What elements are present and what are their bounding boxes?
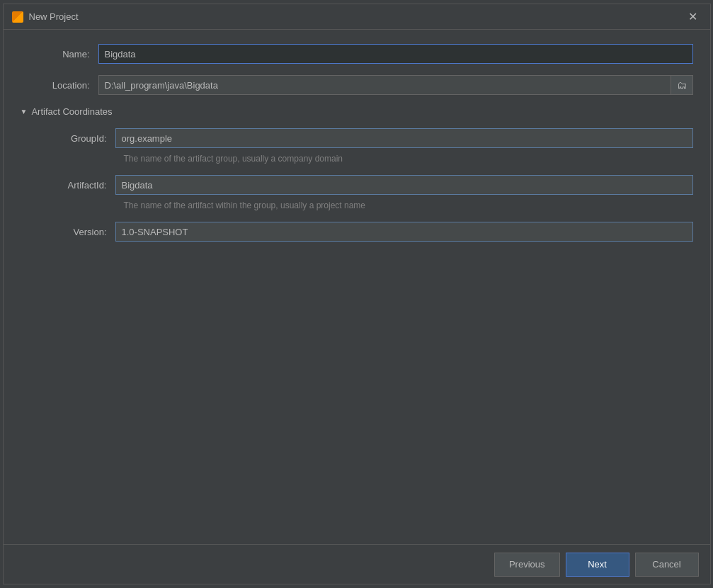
location-input[interactable] (98, 75, 671, 95)
artifact-id-row: ArtifactId: (38, 175, 693, 195)
artifact-id-label: ArtifactId: (38, 180, 115, 191)
next-button[interactable]: Next (566, 553, 629, 577)
previous-button[interactable]: Previous (494, 553, 560, 577)
group-id-row: GroupId: (38, 128, 693, 148)
location-row: Location: 🗂 (21, 75, 693, 95)
name-row: Name: (21, 44, 693, 64)
group-id-label: GroupId: (38, 133, 115, 144)
new-project-dialog: New Project ✕ Name: Location: 🗂 ▼ Artifa… (3, 4, 711, 584)
folder-icon: 🗂 (677, 79, 687, 91)
group-id-input[interactable] (115, 128, 693, 148)
location-label: Location: (21, 80, 98, 91)
artifact-section-body: GroupId: The name of the artifact group,… (21, 128, 693, 242)
app-icon (12, 11, 23, 23)
dialog-content: Name: Location: 🗂 ▼ Artifact Coordinates… (4, 30, 710, 544)
artifact-id-input[interactable] (115, 175, 693, 195)
cancel-button[interactable]: Cancel (635, 553, 699, 577)
version-label: Version: (38, 227, 115, 237)
group-id-hint: The name of the artifact group, usually … (38, 154, 693, 164)
location-input-group: 🗂 (98, 75, 693, 95)
name-input[interactable] (98, 44, 693, 64)
section-toggle-icon[interactable]: ▼ (21, 108, 28, 115)
name-label: Name: (21, 49, 98, 60)
version-input[interactable] (115, 222, 693, 242)
browse-button[interactable]: 🗂 (671, 75, 693, 95)
artifact-id-hint: The name of the artifact within the grou… (38, 200, 693, 210)
dialog-title: New Project (29, 11, 79, 22)
artifact-section-title: Artifact Coordinates (31, 106, 112, 117)
title-bar: New Project ✕ (4, 4, 710, 30)
close-button[interactable]: ✕ (684, 10, 702, 24)
title-bar-left: New Project (12, 11, 79, 23)
button-bar: Previous Next Cancel (4, 544, 710, 584)
version-row: Version: (38, 222, 693, 242)
artifact-section-header: ▼ Artifact Coordinates (21, 106, 693, 117)
